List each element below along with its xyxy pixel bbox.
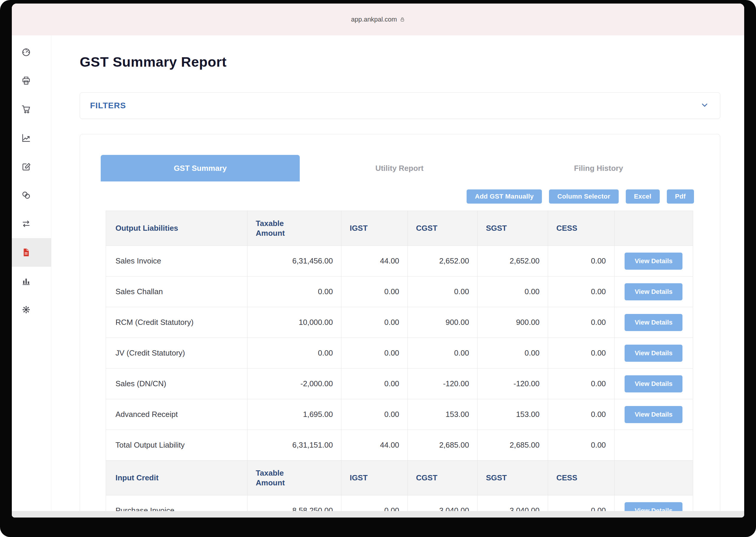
value-cell: 0.00 <box>477 338 548 368</box>
sidebar-item-print[interactable] <box>12 66 51 95</box>
sidebar-item-transactions[interactable] <box>12 210 51 238</box>
row-label-cell: Total Output Liability <box>106 430 247 461</box>
sidebar-item-journal[interactable] <box>12 152 51 181</box>
value-cell: 0.00 <box>548 307 614 338</box>
actions-cell: View Details <box>614 399 693 430</box>
tabs: GST SummaryUtility ReportFiling History <box>101 155 698 182</box>
dashboard-icon <box>21 47 31 57</box>
value-cell: 0.00 <box>548 338 614 368</box>
filters-panel[interactable]: FILTERS <box>80 92 720 119</box>
table-row-sales-challan: Sales Challan0.000.000.000.000.00View De… <box>106 276 693 307</box>
table-row-total-output-liability: Total Output Liability6,31,151.0044.002,… <box>106 430 693 461</box>
value-cell: 153.00 <box>477 399 548 430</box>
row-label-cell: JV (Credit Statutory) <box>106 338 247 368</box>
value-cell: 44.00 <box>341 430 408 461</box>
actions-cell: View Details <box>614 307 693 338</box>
bar-chart-icon <box>21 276 31 286</box>
value-cell: 900.00 <box>477 307 548 338</box>
value-cell: 0.00 <box>548 276 614 307</box>
value-cell: 0.00 <box>477 276 548 307</box>
value-cell: 0.00 <box>408 276 477 307</box>
value-cell: 153.00 <box>408 399 477 430</box>
value-cell: -120.00 <box>477 368 548 399</box>
row-label-cell: Advanced Receipt <box>106 399 247 430</box>
value-cell: 2,652.00 <box>477 246 548 276</box>
filters-label: FILTERS <box>90 101 126 110</box>
page-title: GST Summary Report <box>80 54 227 70</box>
column-header-actions <box>614 461 693 495</box>
column-header-cgst: CGST <box>408 461 477 495</box>
column-header-taxable-amount: Taxable Amount <box>247 211 341 246</box>
excel-button[interactable]: Excel <box>626 189 660 204</box>
column-header-taxable-amount: Taxable Amount <box>247 461 341 495</box>
column-header-cess: CESS <box>548 211 614 246</box>
row-label-cell: RCM (Credit Statutory) <box>106 307 247 338</box>
value-cell: 2,685.00 <box>408 430 477 461</box>
sidebar-item-settings[interactable] <box>12 295 51 324</box>
gst-table-wrap: Output LiabilitiesTaxable AmountIGSTCGST… <box>106 211 693 517</box>
value-cell: 10,000.00 <box>247 307 341 338</box>
sidebar-nav <box>12 35 51 517</box>
column-header-actions <box>614 211 693 246</box>
row-label-cell: Sales Invoice <box>106 246 247 276</box>
browser-url: app.ankpal.com <box>351 16 397 23</box>
sidebar-item-sales[interactable] <box>12 124 51 152</box>
value-cell: 0.00 <box>341 338 408 368</box>
settings-gear-icon <box>21 305 31 314</box>
add-gst-manually-button[interactable]: Add GST Manually <box>467 189 542 204</box>
tab-gst-summary[interactable]: GST Summary <box>101 155 300 182</box>
value-cell: 0.00 <box>341 307 408 338</box>
main-content: GST Summary Report FILTERS GST SummaryUt… <box>51 35 744 517</box>
sidebar-item-accounts[interactable] <box>12 181 51 210</box>
coins-icon <box>21 190 31 200</box>
row-label-cell: Sales (DN/CN) <box>106 368 247 399</box>
view-details-button[interactable]: View Details <box>625 345 683 362</box>
value-cell: 6,31,456.00 <box>247 246 341 276</box>
pdf-button[interactable]: Pdf <box>667 189 694 204</box>
table-row-jv-credit-statutory: JV (Credit Statutory)0.000.000.000.000.0… <box>106 338 693 368</box>
view-details-button[interactable]: View Details <box>625 406 683 423</box>
value-cell: 0.00 <box>548 246 614 276</box>
row-label-cell: Sales Challan <box>106 276 247 307</box>
column-header-igst: IGST <box>341 461 408 495</box>
column-selector-button[interactable]: Column Selector <box>549 189 618 204</box>
value-cell: 0.00 <box>247 338 341 368</box>
value-cell: -120.00 <box>408 368 477 399</box>
tab-filing-history[interactable]: Filing History <box>499 155 698 182</box>
value-cell: 1,695.00 <box>247 399 341 430</box>
browser-url-bar[interactable]: app.ankpal.com <box>12 4 744 36</box>
edit-icon <box>21 162 31 171</box>
sidebar-item-dashboard[interactable] <box>12 38 51 66</box>
view-details-button[interactable]: View Details <box>625 314 683 331</box>
sidebar-item-reports[interactable] <box>12 238 51 267</box>
column-header-sgst: SGST <box>477 211 548 246</box>
tab-utility-report[interactable]: Utility Report <box>300 155 499 182</box>
table-row-sales-dn-cn: Sales (DN/CN)-2,000.000.00-120.00-120.00… <box>106 368 693 399</box>
view-details-button[interactable]: View Details <box>625 283 683 300</box>
value-cell: 6,31,151.00 <box>247 430 341 461</box>
chevron-down-icon[interactable] <box>700 101 709 110</box>
value-cell: 2,685.00 <box>477 430 548 461</box>
value-cell: 2,652.00 <box>408 246 477 276</box>
value-cell: 0.00 <box>341 368 408 399</box>
actions-cell: View Details <box>614 368 693 399</box>
sidebar-item-analytics[interactable] <box>12 267 51 295</box>
view-details-button[interactable]: View Details <box>625 253 683 270</box>
column-header-cess: CESS <box>548 461 614 495</box>
column-header-cgst: CGST <box>408 211 477 246</box>
line-chart-icon <box>21 133 31 143</box>
section-title-cell: Output Liabilities <box>106 211 247 246</box>
sidebar-item-purchases[interactable] <box>12 95 51 124</box>
view-details-button[interactable]: View Details <box>625 375 683 392</box>
report-card: GST SummaryUtility ReportFiling History … <box>80 134 720 517</box>
value-cell: 44.00 <box>341 246 408 276</box>
printer-icon <box>21 76 31 86</box>
value-cell: 0.00 <box>548 430 614 461</box>
table-row-rcm-credit-statutory: RCM (Credit Statutory)10,000.000.00900.0… <box>106 307 693 338</box>
value-cell: 0.00 <box>548 368 614 399</box>
report-file-icon <box>21 248 31 257</box>
table-row-sales-invoice: Sales Invoice6,31,456.0044.002,652.002,6… <box>106 246 693 276</box>
gst-table-body: Output LiabilitiesTaxable AmountIGSTCGST… <box>106 211 693 518</box>
actions-cell: View Details <box>614 338 693 368</box>
column-header-igst: IGST <box>341 211 408 246</box>
